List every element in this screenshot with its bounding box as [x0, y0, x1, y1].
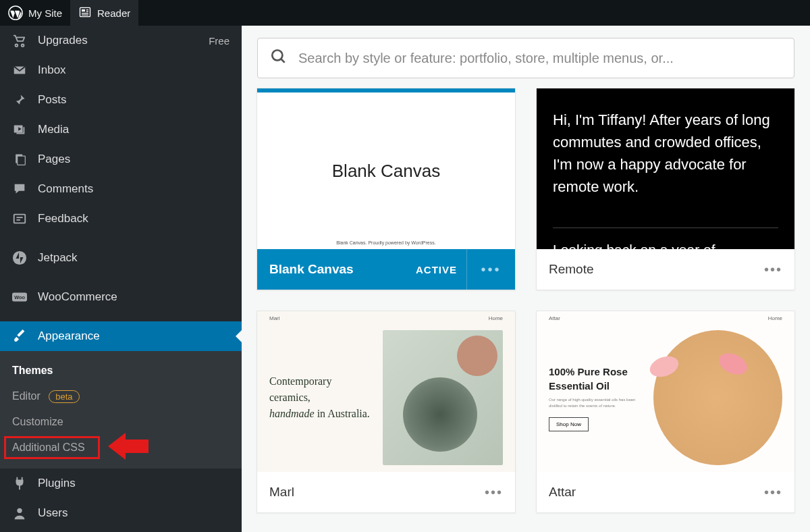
svg-point-17 [272, 50, 282, 60]
sidebar-label: Media [38, 123, 69, 136]
pin-icon [12, 92, 27, 107]
submenu-additional-css[interactable]: Additional CSS [0, 435, 242, 460]
jetpack-icon [12, 250, 27, 265]
theme-search-bar[interactable] [257, 38, 794, 78]
upgrades-badge: Free [209, 35, 230, 47]
reader-icon [78, 5, 92, 21]
cart-icon [12, 33, 27, 48]
theme-name: Marl [269, 485, 294, 500]
svg-rect-2 [82, 9, 85, 11]
svg-point-16 [17, 508, 22, 513]
theme-search-input[interactable] [298, 51, 782, 66]
sidebar-item-comments[interactable]: Comments [0, 174, 242, 204]
theme-name: Blank Canvas [269, 262, 354, 277]
theme-name: Attar [549, 485, 576, 500]
theme-preview: AttarHome 100% Pure Rose Essential Oil O… [537, 311, 794, 472]
sidebar-item-upgrades[interactable]: Upgrades Free [0, 26, 242, 55]
svg-rect-9 [18, 156, 26, 165]
theme-name: Remote [549, 262, 594, 277]
svg-line-18 [281, 59, 284, 62]
sidebar-label: Jetpack [38, 251, 78, 265]
comments-icon [12, 182, 27, 196]
wordpress-logo-icon [8, 5, 23, 20]
users-icon [12, 506, 27, 521]
brush-icon [12, 329, 27, 344]
theme-preview: Blank Canvas Blank Canvas. Proudly power… [257, 88, 515, 249]
media-icon [12, 122, 27, 137]
sidebar-label: Pages [38, 153, 70, 166]
theme-card-footer: Marl ••• [257, 472, 515, 512]
rose-oil-image [653, 330, 782, 465]
pages-icon [12, 152, 27, 167]
topbar-reader-label: Reader [97, 7, 130, 19]
submenu-customize[interactable]: Customize [0, 409, 242, 435]
sidebar-label: Inbox [38, 63, 66, 77]
theme-status-badge: ACTIVE [416, 264, 457, 275]
theme-card-footer: Blank Canvas ACTIVE ••• [257, 249, 515, 290]
annotation-arrow-icon [108, 433, 151, 462]
beta-badge: beta [49, 390, 79, 403]
appearance-submenu: Themes Editor beta Customize Additional … [0, 351, 242, 469]
svg-point-13 [13, 251, 26, 265]
sidebar-item-posts[interactable]: Posts [0, 85, 242, 115]
sidebar-label: Upgrades [38, 34, 88, 47]
sidebar-item-woocommerce[interactable]: Woo WooCommerce [0, 282, 242, 312]
theme-actions-button[interactable]: ••• [764, 485, 782, 500]
sidebar-label: Plugins [38, 477, 76, 490]
sidebar-item-users[interactable]: Users [0, 498, 242, 528]
theme-card-attar[interactable]: AttarHome 100% Pure Rose Essential Oil O… [536, 311, 795, 513]
sidebar-label: WooCommerce [38, 290, 117, 304]
theme-actions-button[interactable]: ••• [764, 262, 782, 277]
topbar-reader[interactable]: Reader [70, 0, 138, 26]
admin-topbar: My Site Reader [0, 0, 810, 26]
themes-grid: Blank Canvas Blank Canvas. Proudly power… [256, 88, 795, 513]
theme-card-footer: Remote ••• [537, 249, 794, 290]
sidebar-item-media[interactable]: Media [0, 115, 242, 144]
theme-preview: MarlHome Contemporary ceramics, handmade… [257, 311, 515, 472]
sidebar-item-jetpack[interactable]: Jetpack [0, 243, 242, 273]
topbar-my-site-label: My Site [28, 7, 62, 19]
plug-icon [12, 476, 27, 491]
feedback-icon [12, 211, 27, 226]
theme-card-footer: Attar ••• [537, 472, 794, 512]
svg-text:Woo: Woo [14, 294, 25, 300]
topbar-my-site[interactable]: My Site [0, 0, 70, 26]
sidebar-item-pages[interactable]: Pages [0, 144, 242, 174]
admin-sidebar: Upgrades Free Inbox Posts Media Pages Co… [0, 26, 242, 532]
svg-rect-10 [14, 215, 26, 223]
ceramics-image [383, 330, 503, 465]
sidebar-label: Comments [38, 182, 93, 196]
woo-icon: Woo [12, 290, 27, 304]
theme-preview: Hi, I'm Tiffany! After years of long com… [537, 88, 794, 249]
theme-card-remote[interactable]: Hi, I'm Tiffany! After years of long com… [536, 88, 795, 290]
shop-now-button: Shop Now [549, 417, 589, 431]
sidebar-item-appearance[interactable]: Appearance [0, 321, 242, 351]
theme-card-marl[interactable]: MarlHome Contemporary ceramics, handmade… [256, 311, 516, 513]
theme-card-blank-canvas[interactable]: Blank Canvas Blank Canvas. Proudly power… [256, 88, 516, 290]
search-icon [270, 48, 288, 68]
sidebar-label: Posts [38, 93, 67, 107]
submenu-editor[interactable]: Editor beta [0, 383, 242, 409]
submenu-themes[interactable]: Themes [0, 358, 242, 383]
mail-icon [12, 63, 27, 78]
sidebar-item-inbox[interactable]: Inbox [0, 55, 242, 85]
sidebar-label: Users [38, 506, 68, 520]
sidebar-item-feedback[interactable]: Feedback [0, 204, 242, 234]
sidebar-label: Appearance [38, 329, 100, 343]
theme-actions-button[interactable]: ••• [485, 485, 503, 500]
sidebar-label: Feedback [38, 212, 88, 225]
sidebar-item-plugins[interactable]: Plugins [0, 469, 242, 498]
main-content: Blank Canvas Blank Canvas. Proudly power… [242, 26, 810, 532]
theme-actions-button[interactable]: ••• [466, 249, 515, 290]
